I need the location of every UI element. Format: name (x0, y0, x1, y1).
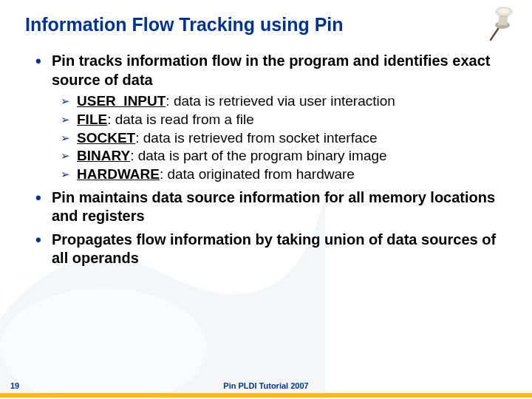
sub-term: BINARY (77, 148, 130, 163)
bullet-item: Pin maintains data source information fo… (35, 188, 507, 226)
sub-desc: : data is read from a file (107, 112, 254, 127)
sub-term: FILE (77, 112, 107, 127)
bullet-item: Propagates flow information by taking un… (35, 231, 507, 268)
sub-term: USER_INPUT (77, 93, 166, 109)
sub-term: SOCKET (77, 130, 135, 146)
sub-bullet-item: SOCKET: data is retrieved from socket in… (61, 129, 507, 148)
sub-desc: : data is retrieved via user interaction (166, 93, 395, 109)
bullet-text: Pin tracks information flow in the progr… (52, 52, 490, 88)
bullet-text: Propagates flow information by taking un… (52, 231, 496, 267)
sub-desc: : data originated from hardware (160, 166, 355, 182)
sub-desc: : data is part of the program binary ima… (130, 148, 386, 163)
svg-line-1 (491, 27, 499, 40)
slide: Information Flow Tracking using Pin Pin … (0, 0, 532, 399)
sub-bullet-item: FILE: data is read from a file (61, 111, 507, 129)
sub-desc: : data is retrieved from socket interfac… (135, 130, 377, 146)
slide-title: Information Flow Tracking using Pin (25, 13, 507, 35)
bullet-item: Pin tracks information flow in the progr… (35, 52, 507, 184)
sub-bullet-item: HARDWARE: data originated from hardware (61, 166, 507, 184)
sub-bullet-item: USER_INPUT: data is retrieved via user i… (61, 92, 507, 111)
pushpin-icon (480, 3, 522, 44)
sub-bullet-list: USER_INPUT: data is retrieved via user i… (52, 92, 507, 183)
bullet-list: Pin tracks information flow in the progr… (25, 52, 507, 268)
svg-point-4 (499, 9, 509, 14)
sub-bullet-item: BINARY: data is part of the program bina… (61, 147, 507, 166)
sub-term: HARDWARE (77, 166, 160, 182)
bullet-text: Pin maintains data source information fo… (52, 189, 495, 225)
